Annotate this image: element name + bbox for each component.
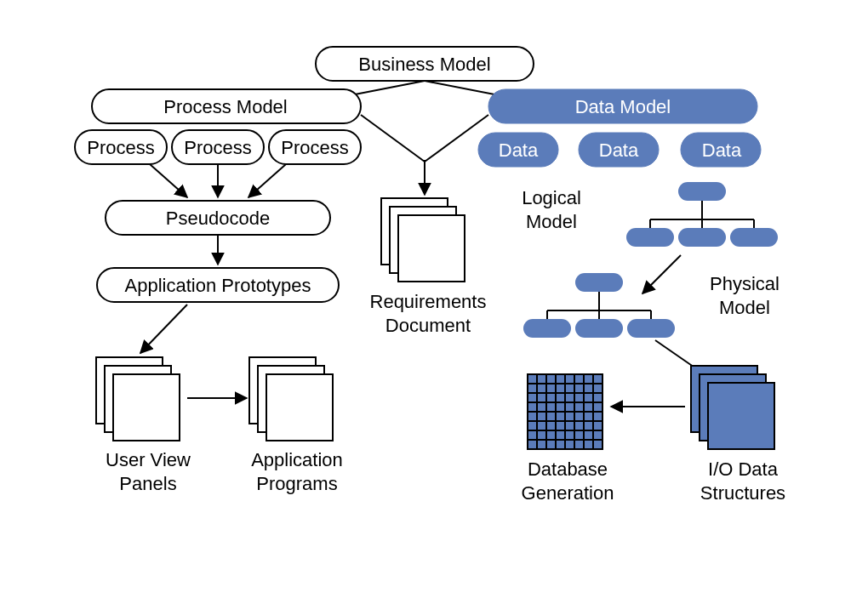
- pseudocode-label: Pseudocode: [166, 208, 270, 229]
- data-model-label: Data Model: [575, 96, 671, 117]
- logical-model-label-2: Model: [526, 211, 577, 232]
- process-node-2: Process: [172, 130, 264, 164]
- svg-rect-20: [266, 374, 333, 441]
- data-1-label: Data: [499, 140, 539, 161]
- data-3-label: Data: [702, 140, 742, 161]
- pseudocode-node: Pseudocode: [106, 201, 330, 235]
- physical-model-label-2: Model: [719, 297, 770, 318]
- data-node-2: Data: [579, 133, 659, 167]
- data-node-1: Data: [478, 133, 558, 167]
- process-1-label: Process: [87, 137, 154, 158]
- io-data-structures-label-2: Structures: [700, 482, 785, 504]
- svg-rect-48: [575, 319, 623, 338]
- user-view-panels-icon: [96, 357, 180, 441]
- svg-rect-38: [678, 228, 726, 247]
- svg-rect-47: [523, 319, 571, 338]
- diagram-root: Business Model Process Model Process Pro…: [0, 0, 868, 598]
- data-2-label: Data: [599, 140, 639, 161]
- user-view-panels-label-1: User View: [106, 449, 191, 470]
- database-generation-icon: [528, 374, 602, 449]
- process-3-label: Process: [281, 137, 348, 158]
- io-data-structures-icon: [691, 366, 774, 449]
- business-model-label: Business Model: [358, 54, 490, 75]
- process-2-label: Process: [184, 137, 251, 158]
- application-programs-icon: [249, 357, 333, 441]
- svg-rect-41: [575, 273, 623, 292]
- svg-rect-37: [626, 228, 674, 247]
- business-model-node: Business Model: [316, 47, 534, 81]
- process-model-node: Process Model: [92, 89, 361, 123]
- svg-line-13: [140, 305, 187, 353]
- logical-model-hierarchy-icon: [626, 182, 778, 247]
- process-node-3: Process: [269, 130, 361, 164]
- svg-line-7: [150, 164, 187, 197]
- svg-rect-49: [627, 319, 675, 338]
- svg-line-40: [642, 255, 681, 293]
- application-programs-label-1: Application: [251, 449, 343, 470]
- requirements-document-label-1: Requirements: [370, 291, 487, 312]
- user-view-panels-label-2: Panels: [119, 473, 176, 494]
- svg-rect-53: [708, 383, 774, 449]
- svg-line-9: [248, 164, 286, 197]
- requirements-document-label-2: Document: [385, 315, 471, 336]
- svg-rect-16: [113, 374, 180, 441]
- physical-model-label-1: Physical: [710, 273, 779, 294]
- svg-rect-31: [678, 182, 726, 201]
- data-model-node: Data Model: [488, 89, 757, 123]
- database-generation-label-1: Database: [528, 458, 608, 480]
- io-data-structures-label-1: I/O Data: [708, 458, 779, 480]
- process-model-label: Process Model: [163, 96, 288, 117]
- application-programs-label-2: Programs: [256, 473, 337, 494]
- process-node-1: Process: [75, 130, 167, 164]
- application-prototypes-label: Application Prototypes: [125, 275, 311, 296]
- database-generation-label-2: Generation: [522, 482, 614, 504]
- svg-rect-26: [398, 215, 465, 282]
- data-node-3: Data: [681, 133, 761, 167]
- svg-rect-39: [730, 228, 778, 247]
- logical-model-label-1: Logical: [522, 187, 581, 208]
- requirements-document-icon: [381, 198, 465, 282]
- svg-line-21: [361, 115, 425, 162]
- application-prototypes-node: Application Prototypes: [97, 268, 339, 302]
